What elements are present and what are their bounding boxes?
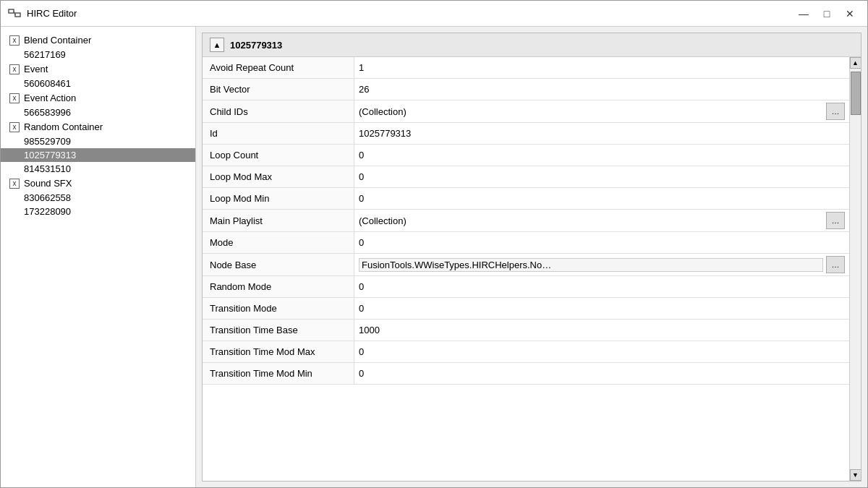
minimize-button[interactable]: —: [793, 6, 814, 22]
prop-label-node-base: Node Base: [203, 254, 354, 275]
prop-label-loop-mod-max: Loop Mod Max: [203, 166, 354, 187]
prop-child-ids: Child IDs (Collection) …: [203, 100, 849, 123]
svg-rect-0: [9, 9, 14, 13]
collapse-icon-blend: x: [9, 35, 20, 46]
prop-input-avoid-repeat-count[interactable]: [359, 62, 845, 73]
collapse-icon-random: x: [9, 122, 20, 132]
sidebar-item-814531510[interactable]: 814531510: [1, 162, 195, 176]
prop-value-loop-count: [354, 145, 849, 166]
prop-label-bit-vector: Bit Vector: [203, 79, 354, 100]
collapse-icon-event-action: x: [9, 93, 20, 103]
prop-input-loop-mod-min[interactable]: [359, 193, 845, 204]
prop-transition-time-base: Transition Time Base: [203, 320, 849, 341]
prop-value-loop-mod-max: [354, 166, 849, 187]
prop-loop-mod-min: Loop Mod Min: [203, 188, 849, 210]
prop-label-transition-mode: Transition Mode: [203, 298, 354, 319]
prop-avoid-repeat-count: Avoid Repeat Count: [203, 57, 849, 79]
sidebar-item-1025779313[interactable]: 1025779313: [1, 148, 195, 162]
sidebar-item-56217169[interactable]: 56217169: [1, 48, 195, 61]
close-button[interactable]: ✕: [840, 6, 860, 22]
scrollbar-down-button[interactable]: ▼: [850, 469, 861, 481]
prop-label-loop-count: Loop Count: [203, 145, 354, 166]
sidebar-category-blend-container[interactable]: x Blend Container: [1, 33, 195, 48]
prop-input-bit-vector[interactable]: [359, 84, 845, 95]
prop-loop-mod-max: Loop Mod Max: [203, 166, 849, 188]
prop-id: Id: [203, 123, 849, 145]
prop-value-child-ids: (Collection) …: [354, 100, 849, 122]
prop-label-id: Id: [203, 123, 354, 144]
prop-label-child-ids: Child IDs: [203, 100, 354, 122]
window-title: HIRC Editor: [27, 8, 793, 19]
scrollbar[interactable]: ▲ ▼: [849, 57, 861, 481]
prop-transition-time-mod-max: Transition Time Mod Max: [203, 341, 849, 363]
sidebar-item-560608461[interactable]: 560608461: [1, 77, 195, 90]
prop-main-playlist: Main Playlist (Collection) …: [203, 210, 849, 232]
panel-collapse-button[interactable]: ▲: [210, 38, 224, 52]
prop-value-avoid-repeat-count: [354, 57, 849, 78]
collection-text-main-playlist: (Collection): [359, 215, 823, 226]
prop-input-random-mode[interactable]: [359, 281, 845, 292]
prop-loop-count: Loop Count: [203, 145, 849, 166]
collection-btn-node-base[interactable]: …: [826, 256, 845, 273]
panel-header-id: 1025779313: [230, 40, 282, 51]
prop-input-transition-time-mod-min[interactable]: [359, 368, 845, 379]
prop-node-base: Node Base FusionTools.WWiseTypes.HIRCHel…: [203, 254, 849, 276]
property-panel: ▲ 1025779313 Avoid Repeat Count: [202, 33, 861, 481]
sidebar-item-173228090[interactable]: 173228090: [1, 205, 195, 218]
prop-input-loop-mod-max[interactable]: [359, 171, 845, 182]
collection-text-child-ids: (Collection): [359, 106, 823, 117]
sidebar-category-event-action[interactable]: x Event Action: [1, 90, 195, 106]
prop-input-id[interactable]: [359, 128, 845, 139]
prop-label-transition-time-mod-min: Transition Time Mod Min: [203, 363, 354, 384]
prop-label-mode: Mode: [203, 232, 354, 253]
prop-value-bit-vector: [354, 79, 849, 100]
prop-transition-mode: Transition Mode: [203, 298, 849, 320]
properties-scroll-area[interactable]: Avoid Repeat Count Bit Vector: [203, 57, 849, 481]
prop-value-id: [354, 123, 849, 144]
prop-value-transition-mode: [354, 298, 849, 319]
sidebar-item-985529709[interactable]: 985529709: [1, 134, 195, 148]
prop-input-transition-mode[interactable]: [359, 303, 845, 314]
prop-input-mode[interactable]: [359, 237, 845, 248]
prop-input-transition-time-mod-max[interactable]: [359, 346, 845, 357]
prop-label-random-mode: Random Mode: [203, 276, 354, 297]
sidebar-category-sound-sfx[interactable]: x Sound SFX: [1, 176, 195, 191]
prop-label-avoid-repeat-count: Avoid Repeat Count: [203, 57, 354, 78]
prop-mode: Mode: [203, 232, 849, 254]
sidebar-label-sound: Sound SFX: [24, 178, 72, 189]
prop-value-node-base: FusionTools.WWiseTypes.HIRCHelpers.No… …: [354, 254, 849, 275]
prop-transition-time-mod-min: Transition Time Mod Min: [203, 363, 849, 385]
title-bar: HIRC Editor — □ ✕: [1, 1, 867, 27]
scrollbar-up-button[interactable]: ▲: [850, 57, 861, 69]
node-base-text: FusionTools.WWiseTypes.HIRCHelpers.No…: [359, 258, 823, 272]
prop-label-main-playlist: Main Playlist: [203, 210, 354, 231]
collection-row-main-playlist: (Collection) …: [359, 212, 845, 229]
window-controls: — □ ✕: [793, 6, 860, 22]
sidebar-category-event[interactable]: x Event: [1, 61, 195, 77]
prop-value-main-playlist: (Collection) …: [354, 210, 849, 231]
collection-btn-main-playlist[interactable]: …: [826, 212, 845, 229]
prop-bit-vector: Bit Vector: [203, 79, 849, 100]
sidebar-category-random-container[interactable]: x Random Container: [1, 119, 195, 134]
collection-row-child-ids: (Collection) …: [359, 103, 845, 120]
prop-label-transition-time-mod-max: Transition Time Mod Max: [203, 341, 354, 362]
sidebar-label-event: Event: [24, 64, 48, 74]
panel-header: ▲ 1025779313: [203, 33, 861, 57]
sidebar-label-blend: Blend Container: [24, 35, 91, 46]
prop-label-loop-mod-min: Loop Mod Min: [203, 188, 354, 209]
prop-value-mode: [354, 232, 849, 253]
prop-value-random-mode: [354, 276, 849, 297]
sidebar-label-event-action: Event Action: [24, 93, 76, 103]
collapse-icon-sound: x: [9, 179, 20, 189]
app-icon: [8, 7, 21, 20]
prop-input-loop-count[interactable]: [359, 150, 845, 160]
maximize-button[interactable]: □: [817, 6, 837, 22]
sidebar-label-random: Random Container: [24, 121, 103, 132]
sidebar-item-830662558[interactable]: 830662558: [1, 191, 195, 205]
prop-label-transition-time-base: Transition Time Base: [203, 320, 354, 341]
scrollbar-thumb[interactable]: [851, 72, 861, 115]
collection-btn-child-ids[interactable]: …: [826, 103, 845, 120]
prop-input-transition-time-base[interactable]: [359, 325, 845, 335]
collapse-icon-event: x: [9, 64, 20, 74]
sidebar-item-566583996[interactable]: 566583996: [1, 106, 195, 119]
